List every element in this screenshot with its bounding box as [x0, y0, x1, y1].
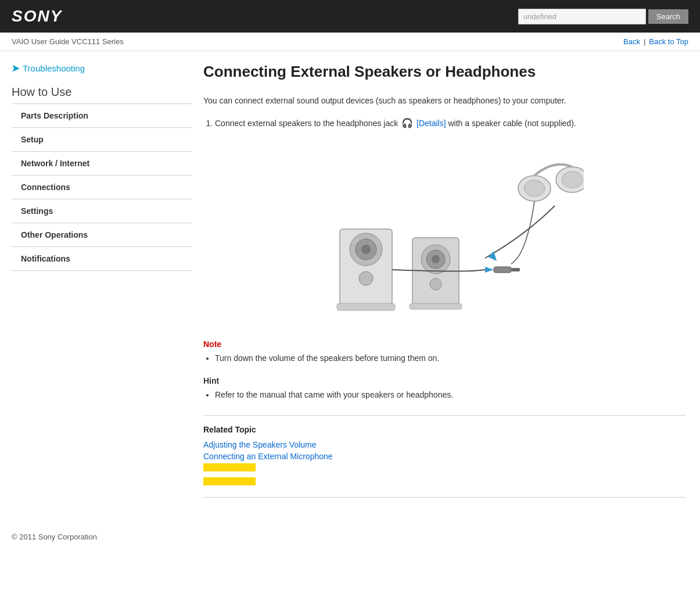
how-to-use-section: How to Use Parts Description Setup Netwo… [12, 85, 192, 271]
svg-rect-5 [337, 303, 395, 310]
sidebar: ➤ Troubleshooting How to Use Parts Descr… [12, 63, 192, 498]
search-button[interactable]: Search [648, 9, 688, 24]
header: SONY Search [0, 0, 700, 33]
sony-logo: SONY [12, 7, 62, 26]
copyright-text: © 2011 Sony Corporation [12, 532, 97, 541]
sidebar-item-notifications[interactable]: Notifications [12, 247, 192, 271]
troubleshooting-section: ➤ Troubleshooting [12, 63, 192, 74]
back-link[interactable]: Back [623, 37, 640, 46]
hint-section: Hint Refer to the manual that came with … [203, 376, 685, 401]
back-to-top-link[interactable]: Back to Top [649, 37, 688, 46]
yellow-bar-1 [203, 463, 256, 471]
speakers-illustration [305, 142, 584, 328]
note-item: Turn down the volume of the speakers bef… [215, 352, 685, 364]
nav-separator: | [644, 37, 645, 46]
sidebar-item-settings[interactable]: Settings [12, 199, 192, 223]
related-links: Adjusting the Speakers Volume Connecting… [203, 440, 685, 485]
chevron-right-icon: ➤ [12, 63, 19, 74]
intro-text: You can connect external sound output de… [203, 95, 685, 107]
how-to-use-title: How to Use [12, 85, 192, 99]
main-layout: ➤ Troubleshooting How to Use Parts Descr… [0, 51, 697, 509]
step1-text: Connect external speakers to the headpho… [215, 119, 398, 128]
svg-point-4 [359, 271, 373, 285]
svg-point-19 [562, 171, 583, 188]
svg-rect-14 [511, 268, 520, 271]
search-input[interactable] [518, 9, 646, 24]
hint-list: Refer to the manual that came with your … [203, 389, 685, 401]
page-title: Connecting External Speakers or Headphon… [203, 63, 685, 85]
svg-point-9 [432, 255, 440, 263]
related-topic-title: Related Topic [203, 425, 685, 434]
footer: © 2011 Sony Corporation [0, 521, 700, 553]
svg-rect-11 [410, 303, 462, 309]
steps-list: Connect external speakers to the headpho… [203, 116, 685, 130]
sidebar-item-other-operations[interactable]: Other Operations [12, 223, 192, 247]
headphone-icon: 🎧 [401, 118, 413, 128]
step1-suffix: with a speaker cable (not supplied). [448, 119, 576, 128]
related-link-external-microphone[interactable]: Connecting an External Microphone [203, 452, 685, 461]
svg-point-10 [430, 278, 441, 290]
bottom-divider [203, 497, 685, 498]
yellow-bar-2 [203, 477, 256, 485]
details-link[interactable]: [Details] [417, 119, 446, 128]
illustration-area [305, 142, 584, 328]
sidebar-item-connections[interactable]: Connections [12, 176, 192, 199]
sidebar-item-setup[interactable]: Setup [12, 128, 192, 152]
subheader-nav: Back | Back to Top [623, 37, 688, 46]
guide-title: VAIO User Guide VCC111 Series [12, 37, 124, 46]
content-area: Connecting External Speakers or Headphon… [203, 63, 685, 498]
note-list: Turn down the volume of the speakers bef… [203, 352, 685, 364]
svg-point-17 [524, 180, 545, 196]
svg-point-3 [361, 245, 371, 254]
svg-rect-13 [494, 267, 511, 273]
note-label: Note [203, 339, 685, 349]
step-1: Connect external speakers to the headpho… [215, 116, 685, 130]
troubleshooting-link[interactable]: Troubleshooting [23, 63, 85, 73]
hint-item: Refer to the manual that came with your … [215, 389, 685, 401]
note-section: Note Turn down the volume of the speaker… [203, 339, 685, 364]
hint-label: Hint [203, 376, 685, 385]
subheader: VAIO User Guide VCC111 Series Back | Bac… [0, 33, 700, 51]
sidebar-item-parts-description[interactable]: Parts Description [12, 104, 192, 128]
related-link-adjusting-volume[interactable]: Adjusting the Speakers Volume [203, 440, 685, 449]
svg-marker-12 [485, 267, 494, 273]
sidebar-item-network-internet[interactable]: Network / Internet [12, 152, 192, 176]
search-area: Search [518, 9, 688, 24]
related-topic-section: Related Topic Adjusting the Speakers Vol… [203, 415, 685, 498]
